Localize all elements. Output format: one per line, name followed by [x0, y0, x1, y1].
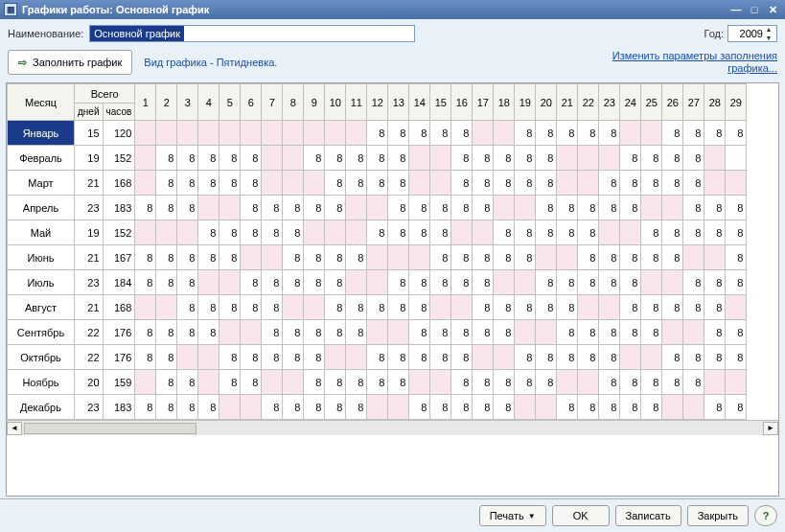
day-cell[interactable]: 8: [451, 395, 473, 420]
day-cell[interactable]: 8: [135, 395, 156, 420]
day-cell[interactable]: [599, 295, 620, 320]
day-cell[interactable]: 8: [578, 196, 599, 220]
day-cell[interactable]: 8: [325, 270, 346, 295]
day-cell[interactable]: 8: [262, 196, 283, 220]
day-cell[interactable]: [177, 220, 198, 245]
day-cell[interactable]: [304, 295, 325, 320]
day-cell[interactable]: 8: [177, 295, 198, 320]
day-cell[interactable]: 8: [662, 121, 683, 146]
day-cell[interactable]: 8: [241, 220, 262, 245]
table-row[interactable]: Декабрь23183888888888888888888888: [8, 395, 747, 420]
day-cell[interactable]: 8: [578, 320, 599, 345]
day-cell[interactable]: [135, 295, 156, 320]
day-cell[interactable]: 8: [515, 146, 536, 171]
day-cell[interactable]: 8: [641, 370, 662, 395]
day-cell[interactable]: 8: [283, 245, 304, 270]
day-cell[interactable]: 8: [367, 295, 388, 320]
day-cell[interactable]: 8: [726, 220, 747, 245]
day-cell[interactable]: 8: [726, 196, 747, 220]
day-cell[interactable]: 8: [683, 171, 704, 196]
day-cell[interactable]: 8: [726, 395, 747, 420]
day-cell[interactable]: 8: [726, 320, 747, 345]
day-cell[interactable]: [620, 345, 641, 370]
day-cell[interactable]: [198, 345, 219, 370]
day-cell[interactable]: [198, 270, 219, 295]
day-cell[interactable]: [262, 121, 283, 146]
day-cell[interactable]: 8: [599, 196, 620, 220]
day-cell[interactable]: 8: [409, 395, 430, 420]
day-cell[interactable]: 8: [515, 345, 536, 370]
day-cell[interactable]: [409, 370, 430, 395]
day-cell[interactable]: 8: [283, 220, 304, 245]
day-cell[interactable]: 8: [262, 270, 283, 295]
day-cell[interactable]: [346, 220, 367, 245]
table-row[interactable]: Ноябрь201598888888888888888888: [8, 370, 747, 395]
day-cell[interactable]: [219, 395, 241, 420]
day-cell[interactable]: 8: [641, 295, 662, 320]
day-cell[interactable]: 8: [198, 171, 219, 196]
day-cell[interactable]: 8: [599, 395, 620, 420]
day-cell[interactable]: [473, 121, 494, 146]
day-cell[interactable]: [726, 171, 747, 196]
day-cell[interactable]: 8: [430, 270, 451, 295]
day-cell[interactable]: 8: [599, 245, 620, 270]
day-cell[interactable]: [198, 196, 219, 220]
day-cell[interactable]: [219, 196, 241, 220]
day-cell[interactable]: [494, 121, 515, 146]
year-input[interactable]: 2009 ▲ ▼: [727, 25, 777, 42]
day-cell[interactable]: [325, 345, 346, 370]
day-cell[interactable]: 8: [177, 395, 198, 420]
day-cell[interactable]: 8: [451, 320, 473, 345]
day-cell[interactable]: 8: [683, 295, 704, 320]
day-cell[interactable]: 8: [304, 196, 325, 220]
day-cell[interactable]: 8: [662, 171, 683, 196]
day-cell[interactable]: 8: [325, 171, 346, 196]
day-cell[interactable]: [557, 245, 578, 270]
day-cell[interactable]: [430, 171, 451, 196]
table-row[interactable]: Февраль191528888888888888888888: [8, 146, 747, 171]
day-cell[interactable]: 8: [641, 320, 662, 345]
day-cell[interactable]: [388, 320, 409, 345]
day-cell[interactable]: 8: [662, 370, 683, 395]
day-cell[interactable]: [325, 121, 346, 146]
day-cell[interactable]: 8: [473, 370, 494, 395]
day-cell[interactable]: 8: [662, 220, 683, 245]
day-cell[interactable]: [156, 220, 177, 245]
day-cell[interactable]: [494, 345, 515, 370]
day-cell[interactable]: [135, 171, 156, 196]
day-cell[interactable]: [515, 270, 536, 295]
day-cell[interactable]: [198, 121, 219, 146]
month-cell[interactable]: Апрель: [8, 196, 75, 220]
day-cell[interactable]: 8: [451, 370, 473, 395]
day-cell[interactable]: [536, 320, 557, 345]
day-cell[interactable]: 8: [388, 121, 409, 146]
table-row[interactable]: Январь1512088888888888888: [8, 121, 747, 146]
day-cell[interactable]: [662, 395, 683, 420]
day-cell[interactable]: 8: [135, 320, 156, 345]
day-cell[interactable]: [726, 370, 747, 395]
day-cell[interactable]: 8: [662, 345, 683, 370]
day-cell[interactable]: [578, 146, 599, 171]
day-cell[interactable]: 8: [304, 345, 325, 370]
day-cell[interactable]: 8: [599, 270, 620, 295]
day-cell[interactable]: 8: [620, 295, 641, 320]
month-cell[interactable]: Октябрь: [8, 345, 75, 370]
day-cell[interactable]: 8: [494, 370, 515, 395]
day-cell[interactable]: 8: [283, 196, 304, 220]
day-cell[interactable]: 8: [494, 395, 515, 420]
day-cell[interactable]: 8: [704, 220, 726, 245]
day-cell[interactable]: 8: [536, 196, 557, 220]
day-cell[interactable]: 8: [557, 345, 578, 370]
month-cell[interactable]: Ноябрь: [8, 370, 75, 395]
day-cell[interactable]: 8: [430, 345, 451, 370]
day-cell[interactable]: [367, 320, 388, 345]
day-cell[interactable]: 8: [325, 245, 346, 270]
day-cell[interactable]: 8: [388, 270, 409, 295]
day-cell[interactable]: 8: [241, 345, 262, 370]
day-cell[interactable]: [304, 220, 325, 245]
day-cell[interactable]: 8: [388, 196, 409, 220]
day-cell[interactable]: [641, 345, 662, 370]
day-cell[interactable]: 8: [599, 121, 620, 146]
day-cell[interactable]: 8: [388, 171, 409, 196]
day-cell[interactable]: [473, 220, 494, 245]
